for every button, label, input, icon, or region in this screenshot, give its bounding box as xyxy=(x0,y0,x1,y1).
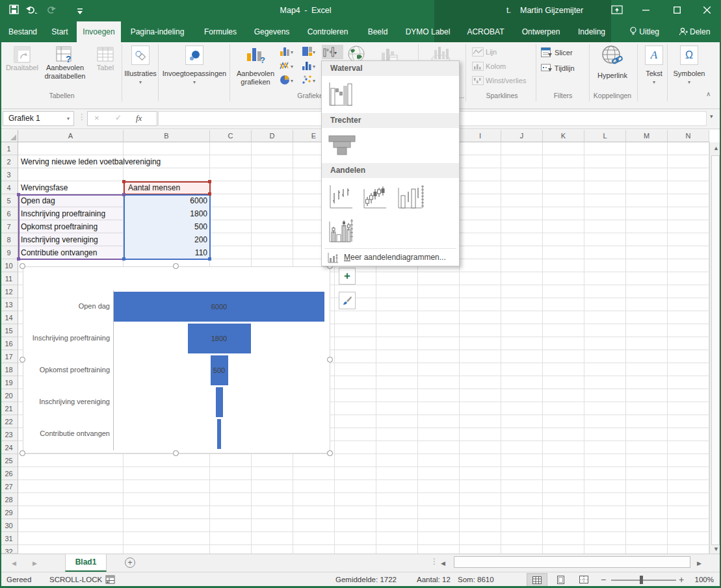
recommended-charts-button[interactable]: ? Aanbevolen grafieken xyxy=(232,45,279,64)
menu-item-more-stock-charts[interactable]: Meer aandelendiagrammen... xyxy=(322,250,459,266)
row-header-32[interactable]: 32 xyxy=(0,545,18,554)
menu-item-stock-vohls-chart[interactable] xyxy=(326,215,356,246)
row-header-18[interactable]: 18 xyxy=(0,363,18,376)
row-header-5[interactable]: 5 xyxy=(0,194,18,207)
zoom-level[interactable]: 100% xyxy=(687,576,714,583)
row-header-29[interactable]: 29 xyxy=(0,506,18,519)
row-header-1[interactable]: 1 xyxy=(0,142,18,155)
row-header-16[interactable]: 16 xyxy=(0,337,18,350)
column-header-I[interactable]: I xyxy=(460,130,501,142)
tab-uitleg[interactable]: Uitleg xyxy=(616,21,672,42)
row-header-6[interactable]: 6 xyxy=(0,207,18,220)
cancel-entry-button[interactable]: × xyxy=(94,113,99,123)
formula-bar-splitter[interactable]: ⋮ xyxy=(78,112,86,121)
tab-invoegen[interactable]: Invoegen xyxy=(77,21,121,42)
row-header-11[interactable]: 11 xyxy=(0,272,18,285)
name-box[interactable]: Grafiek 1 ▾ xyxy=(3,111,74,126)
tab-beeld[interactable]: Beeld xyxy=(361,21,394,42)
funnel-chart[interactable]: Open dagInschrijving proeftrainingOpkoms… xyxy=(23,266,330,454)
zoom-in-button[interactable]: + xyxy=(679,574,684,585)
vertical-scroll-thumb[interactable] xyxy=(711,155,720,545)
pivottable-button[interactable]: Draaitabel xyxy=(5,45,39,72)
row-header-14[interactable]: 14 xyxy=(0,311,18,324)
cell-b7[interactable]: 500 xyxy=(124,220,207,233)
tab-ontwerpen[interactable]: Ontwerpen xyxy=(515,21,567,42)
cell-a2[interactable]: Werving nieuwe leden voetbalvereniging xyxy=(21,155,161,168)
cell-b6[interactable]: 1800 xyxy=(124,207,207,220)
tab-pagina-indeling[interactable]: Pagina-indeling xyxy=(126,21,189,42)
row-header-30[interactable]: 30 xyxy=(0,519,18,532)
horizontal-scroll-thumb[interactable] xyxy=(454,556,690,568)
customize-qat-button[interactable] xyxy=(77,6,83,18)
row-header-8[interactable]: 8 xyxy=(0,233,18,246)
select-all-button[interactable] xyxy=(0,130,18,142)
column-header-M[interactable]: M xyxy=(626,130,668,142)
undo-button[interactable] xyxy=(26,5,39,17)
row-header-23[interactable]: 23 xyxy=(0,428,18,441)
row-header-21[interactable]: 21 xyxy=(0,402,18,415)
column-header-B[interactable]: B xyxy=(124,130,210,142)
menu-item-waterfall-chart[interactable] xyxy=(326,79,356,109)
row-header-3[interactable]: 3 xyxy=(0,168,18,181)
cell-a8[interactable]: Inschrijving vereniging xyxy=(21,233,98,246)
row-header-4[interactable]: 4 xyxy=(0,181,18,194)
cell-b8[interactable]: 200 xyxy=(124,233,207,246)
row-header-31[interactable]: 31 xyxy=(0,532,18,545)
maximize-button[interactable] xyxy=(663,0,690,19)
cell-a4[interactable]: Wervingsfase xyxy=(21,181,68,194)
row-header-2[interactable]: 2 xyxy=(0,155,18,168)
tab-formules[interactable]: Formules xyxy=(199,21,242,42)
insert-line-chart-button[interactable]: ▾ xyxy=(280,60,299,73)
row-header-15[interactable]: 15 xyxy=(0,324,18,337)
tab-scrollbar-splitter[interactable]: ⋮ xyxy=(430,557,438,566)
chart-styles-button[interactable] xyxy=(339,292,356,309)
zoom-slider-thumb[interactable] xyxy=(640,576,643,584)
confirm-entry-button[interactable]: ✓ xyxy=(115,113,122,122)
insert-3d-column-chart-button[interactable]: ▾ xyxy=(302,60,321,73)
row-header-27[interactable]: 27 xyxy=(0,480,18,493)
menu-item-stock-ohls-chart[interactable] xyxy=(360,181,389,212)
row-header-20[interactable]: 20 xyxy=(0,389,18,402)
zoom-out-button[interactable]: − xyxy=(601,574,606,585)
cell-a9[interactable]: Contributie ontvangen xyxy=(21,246,97,259)
tab-start[interactable]: Start xyxy=(46,21,74,42)
scroll-up-icon[interactable]: ▲ xyxy=(713,145,719,151)
view-page-break-button[interactable] xyxy=(573,573,594,587)
insert-column-chart-button[interactable]: ▾ xyxy=(280,46,299,58)
menu-item-stock-hls-chart[interactable] xyxy=(326,181,356,212)
view-normal-button[interactable] xyxy=(527,573,547,587)
sparkline-column-button[interactable]: Kolom xyxy=(472,62,506,71)
zoom-slider-track[interactable] xyxy=(611,580,676,581)
table-button[interactable]: Tabel xyxy=(91,45,120,72)
insert-hierarchy-chart-button[interactable]: ▾ xyxy=(302,46,321,58)
column-header-L[interactable]: L xyxy=(584,130,626,142)
menu-item-stock-vhls-chart[interactable] xyxy=(393,181,428,212)
sheet-prev-icon[interactable]: ◀ xyxy=(12,560,16,567)
macro-record-icon[interactable] xyxy=(105,575,115,585)
cell-a7[interactable]: Opkomst proeftraining xyxy=(21,220,98,233)
expand-formula-bar-button[interactable]: ▾ xyxy=(710,113,713,120)
cell-a6[interactable]: Inschrijving proeftraining xyxy=(21,207,105,220)
timeline-button[interactable]: Tijdlijn xyxy=(541,63,575,73)
tab-gegevens[interactable]: Gegevens xyxy=(250,21,294,42)
cell-a5[interactable]: Open dag xyxy=(21,194,55,207)
redo-button[interactable] xyxy=(44,5,57,17)
row-header-22[interactable]: 22 xyxy=(0,415,18,428)
row-header-7[interactable]: 7 xyxy=(0,220,18,233)
row-header-17[interactable]: 17 xyxy=(0,350,18,363)
slicer-button[interactable]: Slicer xyxy=(541,47,573,57)
scroll-down-icon[interactable]: ▼ xyxy=(713,546,719,552)
tab-acrobat[interactable]: ACROBAT xyxy=(462,21,510,42)
share-button[interactable]: Delen xyxy=(671,21,718,42)
tab-controleren[interactable]: Controleren xyxy=(302,21,354,42)
row-header-13[interactable]: 13 xyxy=(0,298,18,311)
recommended-pivottables-button[interactable]: ? Aanbevolen draaitabellen xyxy=(40,45,90,81)
chart-elements-button[interactable]: + xyxy=(339,268,356,285)
sparkline-winloss-button[interactable]: Winst/verlies xyxy=(472,76,526,85)
column-header-J[interactable]: J xyxy=(501,130,543,142)
column-header-K[interactable]: K xyxy=(543,130,584,142)
collapse-ribbon-button[interactable]: ∧ xyxy=(706,90,711,97)
insert-waterfall-chart-button[interactable]: ▾ xyxy=(322,45,343,59)
row-header-24[interactable]: 24 xyxy=(0,441,18,454)
row-header-26[interactable]: 26 xyxy=(0,467,18,480)
